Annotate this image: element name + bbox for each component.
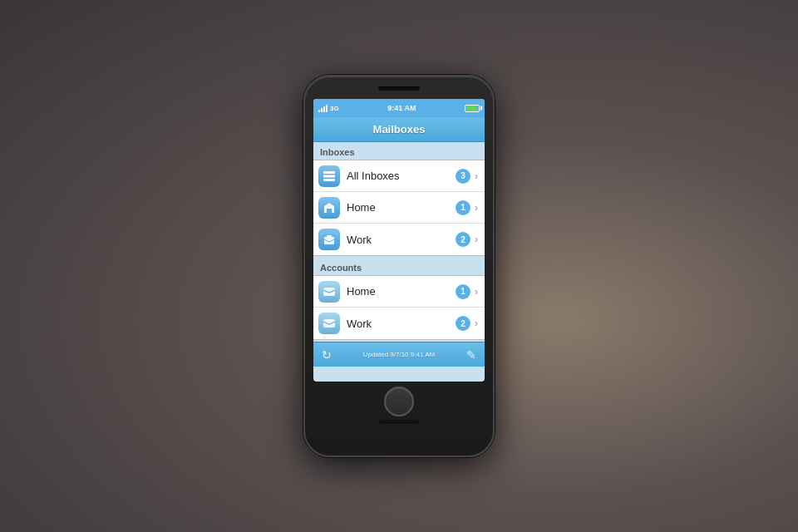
inboxes-table-group: All Inboxes 3 › Home 1 <box>313 160 485 256</box>
home-account-badge: 1 <box>456 284 470 299</box>
svg-rect-5 <box>327 235 332 238</box>
nav-bar: Mailboxes <box>313 117 485 142</box>
work-account-badge: 2 <box>456 316 470 331</box>
work-inbox-icon <box>318 229 340 250</box>
accounts-section-header: Accounts <box>313 258 485 275</box>
all-inboxes-badge: 3 <box>456 169 470 184</box>
home-account-icon <box>318 281 340 303</box>
all-inboxes-chevron: › <box>475 170 478 182</box>
work-inbox-badge: 2 <box>456 232 470 247</box>
home-inbox-label: Home <box>347 201 456 214</box>
svg-rect-7 <box>323 319 335 328</box>
network-label: 3G <box>330 105 339 112</box>
work-account-label: Work <box>347 318 456 330</box>
svg-rect-3 <box>327 209 332 213</box>
bottom-speaker <box>378 420 420 424</box>
signal-bar-1 <box>318 110 320 112</box>
work-inbox-row[interactable]: Work 2 › <box>313 224 485 255</box>
home-button[interactable] <box>384 387 414 416</box>
status-time: 9:41 AM <box>387 104 416 112</box>
svg-rect-0 <box>323 171 335 174</box>
status-left: 3G <box>318 104 339 112</box>
status-right <box>465 105 480 112</box>
toolbar: ↻ Updated 9/7/10 9:41 AM ✎ <box>313 342 485 367</box>
signal-bar-3 <box>323 106 325 112</box>
phone-wrapper: 3G 9:41 AM Mailboxes Inboxes <box>303 75 495 457</box>
home-inbox-chevron: › <box>475 202 478 214</box>
all-inboxes-label: All Inboxes <box>347 170 456 182</box>
signal-bar-4 <box>326 105 328 112</box>
work-account-icon <box>318 313 340 334</box>
signal-bar-2 <box>321 108 323 112</box>
home-inbox-icon <box>318 197 340 219</box>
svg-rect-6 <box>323 288 335 296</box>
work-account-chevron: › <box>475 318 478 329</box>
svg-rect-1 <box>323 175 335 177</box>
updated-text: Updated 9/7/10 9:41 AM <box>363 351 435 358</box>
home-inbox-badge: 1 <box>456 200 470 215</box>
signal-bars <box>318 104 328 112</box>
work-inbox-chevron: › <box>475 234 478 245</box>
work-inbox-label: Work <box>347 234 456 246</box>
inboxes-section-header: Inboxes <box>313 142 485 160</box>
battery-fill <box>466 106 476 111</box>
content-area: Inboxes All Inboxes 3 <box>313 142 485 342</box>
nav-title: Mailboxes <box>373 123 426 135</box>
svg-rect-2 <box>323 179 335 181</box>
battery-icon <box>465 105 480 112</box>
speaker-grill <box>378 86 420 91</box>
status-bar: 3G 9:41 AM <box>313 99 485 117</box>
all-inboxes-icon <box>318 165 340 187</box>
screen: 3G 9:41 AM Mailboxes Inboxes <box>313 99 485 382</box>
home-account-label: Home <box>347 285 456 298</box>
compose-icon[interactable]: ✎ <box>466 348 476 362</box>
svg-rect-4 <box>324 237 334 244</box>
work-account-row[interactable]: Work 2 › <box>313 308 485 339</box>
refresh-icon[interactable]: ↻ <box>322 348 332 362</box>
home-inbox-row[interactable]: Home 1 › <box>313 192 485 224</box>
accounts-table-group: Home 1 › Work 2 <box>313 275 485 340</box>
home-account-chevron: › <box>475 286 478 298</box>
iphone: 3G 9:41 AM Mailboxes Inboxes <box>303 75 495 457</box>
all-inboxes-row[interactable]: All Inboxes 3 › <box>313 160 485 192</box>
home-account-row[interactable]: Home 1 › <box>313 276 485 308</box>
